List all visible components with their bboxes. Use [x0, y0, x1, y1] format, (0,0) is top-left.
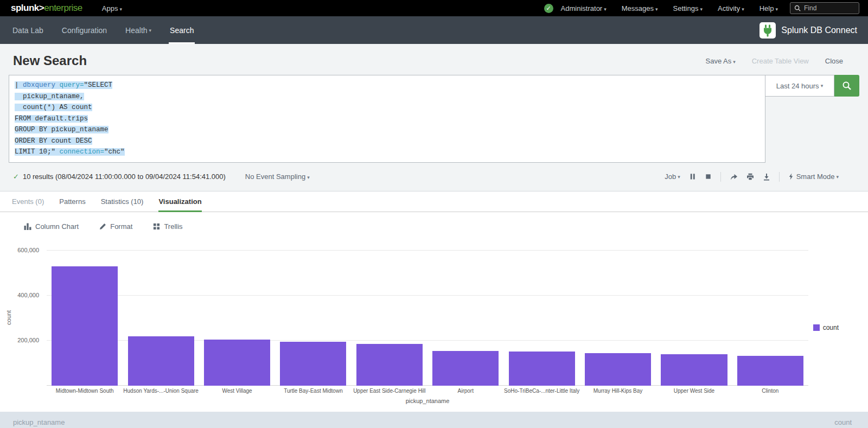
print-icon[interactable] — [746, 173, 754, 181]
pause-icon[interactable] — [689, 173, 696, 180]
page-title: New Search — [13, 53, 87, 68]
column-header-count[interactable]: count — [834, 418, 852, 426]
query-line: | dbxquery query="SELECT — [15, 80, 760, 91]
search-mode-dropdown[interactable]: Smart Mode▾ — [788, 173, 839, 181]
column-bar[interactable] — [356, 344, 423, 386]
caret-down-icon: ▾ — [821, 83, 824, 88]
search-query-input[interactable]: | dbxquery query="SELECT pickup_ntaname,… — [9, 75, 765, 163]
column-bar[interactable] — [737, 356, 803, 386]
format-button[interactable]: Format — [99, 222, 132, 231]
menu-messages[interactable]: Messages▾ — [614, 4, 666, 12]
check-icon: ✓ — [13, 173, 19, 181]
menu-activity[interactable]: Activity▾ — [710, 4, 752, 12]
job-controls: Job▾ Smart Mode▾ — [665, 172, 839, 182]
event-sampling-dropdown[interactable]: No Event Sampling▾ — [245, 173, 310, 181]
caret-down-icon: ▾ — [678, 174, 680, 180]
header-actions: Save As▾ Create Table View Close — [705, 57, 843, 65]
bar-slot — [503, 250, 579, 386]
y-tick-label: 600,000 — [17, 247, 39, 253]
x-category-label: Hudson Yards-...-Union Square — [123, 388, 199, 394]
x-category-label: Clinton — [732, 388, 808, 394]
column-bar[interactable] — [661, 354, 727, 385]
tab-statistics[interactable]: Statistics (10) — [101, 191, 144, 212]
share-icon[interactable] — [730, 173, 738, 181]
time-range-label: Last 24 hours — [776, 82, 819, 90]
caret-down-icon: ▾ — [742, 7, 744, 12]
column-bar[interactable] — [204, 340, 270, 386]
column-bar[interactable] — [52, 266, 118, 386]
export-icon[interactable] — [763, 173, 770, 181]
caret-down-icon: ▾ — [307, 175, 310, 180]
app-identity[interactable]: Splunk DB Connect — [760, 16, 857, 44]
menu-administrator[interactable]: Administrator▾ — [553, 4, 614, 12]
x-category-label: West Village — [199, 388, 275, 394]
column-bar[interactable] — [509, 352, 575, 385]
visualization-toolbar: Column Chart Format Trellis — [0, 212, 868, 241]
bar-slot — [199, 250, 275, 386]
y-tick-label: 200,000 — [17, 337, 39, 343]
logo-enterprise-text: enterprise — [44, 3, 82, 13]
db-connect-app-icon — [760, 22, 776, 39]
nav-configuration[interactable]: Configuration — [53, 16, 116, 44]
page-header: New Search Save As▾ Create Table View Cl… — [0, 44, 868, 75]
tab-visualization[interactable]: Visualization — [158, 191, 201, 212]
status-check-icon[interactable]: ✓ — [544, 4, 553, 13]
query-line: GROUP BY pickup_ntaname — [15, 124, 760, 136]
x-category-label: Upper West Side — [656, 388, 732, 394]
plot-area — [47, 250, 808, 386]
bar-slot — [123, 250, 199, 386]
caret-down-icon: ▾ — [836, 174, 839, 180]
pencil-icon — [99, 223, 106, 230]
caret-down-icon: ▾ — [604, 7, 607, 12]
legend-swatch — [813, 324, 820, 331]
x-category-label: Upper East Side-Carnegie Hill — [352, 388, 427, 394]
legend-label: count — [823, 324, 839, 331]
find-input[interactable] — [804, 4, 854, 12]
chart-type-picker[interactable]: Column Chart — [24, 222, 79, 231]
job-menu[interactable]: Job▾ — [665, 173, 680, 181]
column-bar[interactable] — [432, 351, 499, 386]
column-chart: count 200,000400,000600,000 Midtown-Midt… — [0, 241, 868, 407]
menu-settings[interactable]: Settings▾ — [666, 4, 711, 12]
nav-health[interactable]: Health▾ — [116, 16, 161, 44]
bar-slot — [427, 250, 503, 386]
search-header-section: New Search Save As▾ Create Table View Cl… — [0, 44, 868, 191]
y-tick-label: 400,000 — [17, 292, 39, 298]
menu-help[interactable]: Help▾ — [752, 4, 786, 12]
column-header-pickup-ntaname[interactable]: pickup_ntaname — [13, 418, 65, 426]
x-category-label: Midtown-Midtown South — [47, 388, 123, 394]
results-tabs: Events (0) Patterns Statistics (10) Visu… — [0, 191, 868, 212]
close-button[interactable]: Close — [825, 57, 843, 65]
x-axis-labels: Midtown-Midtown SouthHudson Yards-...-Un… — [47, 388, 808, 394]
caret-down-icon: ▾ — [655, 7, 658, 12]
caret-down-icon: ▾ — [700, 7, 703, 12]
nav-search[interactable]: Search — [161, 16, 203, 44]
apps-menu[interactable]: Apps▾ — [94, 4, 130, 12]
app-nav: Data Lab Configuration Health▾ Search — [3, 16, 203, 44]
search-button[interactable] — [834, 75, 859, 97]
query-line: pickup_ntaname, — [15, 91, 760, 103]
stop-icon[interactable] — [705, 173, 712, 180]
nav-data-lab[interactable]: Data Lab — [3, 16, 53, 44]
separator — [779, 172, 780, 182]
find-search-box[interactable] — [790, 2, 859, 14]
save-as-button[interactable]: Save As▾ — [705, 57, 735, 65]
create-table-view-button[interactable]: Create Table View — [752, 57, 809, 65]
caret-down-icon: ▾ — [775, 7, 778, 12]
result-summary: 10 results (08/04/2024 11:00:00.000 to 0… — [23, 173, 226, 181]
bar-slot — [732, 250, 808, 386]
column-bar[interactable] — [128, 336, 194, 386]
search-bar-row: | dbxquery query="SELECT pickup_ntaname,… — [9, 75, 859, 163]
time-range-picker[interactable]: Last 24 hours▾ — [765, 75, 834, 97]
splunk-logo[interactable]: splunk>enterprise — [11, 3, 82, 14]
job-status-bar: ✓ 10 results (08/04/2024 11:00:00.000 to… — [0, 163, 868, 191]
chart-legend: count — [813, 324, 839, 331]
trellis-button[interactable]: Trellis — [153, 222, 182, 231]
column-bar[interactable] — [585, 353, 651, 386]
bar-slot — [352, 250, 427, 386]
tab-events[interactable]: Events (0) — [12, 191, 44, 212]
tab-patterns[interactable]: Patterns — [59, 191, 85, 212]
caret-down-icon: ▾ — [149, 28, 152, 33]
app-navbar: Data Lab Configuration Health▾ Search Sp… — [0, 16, 868, 44]
column-bar[interactable] — [280, 342, 346, 386]
